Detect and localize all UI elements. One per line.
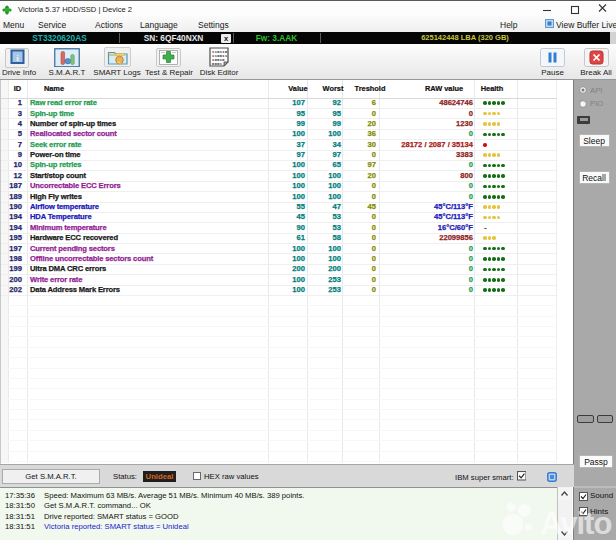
svg-text:Avito: Avito bbox=[540, 506, 611, 540]
svg-text:0001: 0001 bbox=[212, 61, 223, 66]
